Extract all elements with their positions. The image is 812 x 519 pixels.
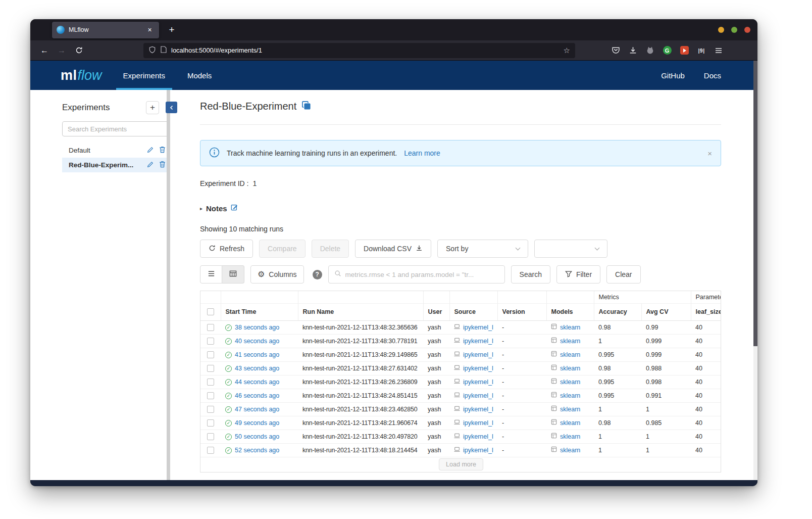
scrollbar-thumb[interactable]	[753, 61, 757, 346]
col-header-source[interactable]: Source	[449, 303, 497, 320]
github-link[interactable]: GitHub	[661, 71, 685, 80]
delete-trash-icon[interactable]	[159, 146, 166, 155]
col-header-avg-cv[interactable]: Avg CV	[641, 303, 691, 320]
nav-tab-experiments[interactable]: Experiments	[112, 61, 176, 90]
run-source-link[interactable]: ipykernel_l	[463, 324, 493, 331]
run-source-link[interactable]: ipykernel_l	[463, 365, 493, 372]
notes-expander[interactable]: ▸ Notes	[200, 204, 271, 213]
window-minimize-button[interactable]	[718, 27, 724, 33]
col-header-leaf-size[interactable]: leaf_size	[691, 303, 721, 320]
nav-tab-models[interactable]: Models	[176, 61, 223, 90]
red-extension-icon[interactable]	[679, 45, 689, 56]
download-csv-button[interactable]: Download CSV	[355, 240, 431, 258]
run-start-time-link[interactable]: 46 seconds ago	[235, 392, 279, 399]
select-all-checkbox[interactable]	[207, 308, 214, 315]
back-icon[interactable]: ←	[37, 43, 52, 58]
clear-button[interactable]: Clear	[606, 265, 640, 284]
run-start-time-link[interactable]: 43 seconds ago	[235, 365, 279, 372]
bookmark-star-icon[interactable]: ☆	[564, 46, 570, 55]
run-model-link[interactable]: sklearn	[560, 392, 580, 399]
sidebar-scrollbar[interactable]	[167, 90, 170, 480]
sidebar-item-red-blue-experiment[interactable]: Red-Blue-Experim...	[62, 158, 170, 172]
page-scrollbar[interactable]	[753, 61, 757, 480]
add-experiment-button[interactable]: +	[146, 101, 159, 114]
url-text[interactable]: localhost:5000/#/experiments/1	[171, 46, 559, 54]
col-header-run-name[interactable]: Run Name	[298, 303, 423, 320]
run-start-time-link[interactable]: 40 seconds ago	[235, 338, 279, 345]
secondary-select[interactable]	[534, 240, 607, 258]
run-source-link[interactable]: ipykernel_l	[463, 406, 493, 413]
help-question-icon[interactable]: ?	[313, 270, 322, 279]
shield-icon[interactable]	[148, 46, 156, 55]
search-button[interactable]: Search	[511, 265, 550, 284]
banner-close-icon[interactable]: ×	[707, 149, 712, 158]
run-start-time-link[interactable]: 41 seconds ago	[235, 351, 279, 358]
col-header-accuracy[interactable]: Accuracy	[594, 303, 641, 320]
run-model-link[interactable]: sklearn	[560, 379, 580, 386]
sort-by-select[interactable]: Sort by	[437, 240, 528, 258]
edit-pencil-icon[interactable]	[147, 147, 154, 155]
run-start-time-link[interactable]: 38 seconds ago	[235, 324, 279, 331]
columns-button[interactable]: ⚙ Columns	[250, 265, 304, 284]
site-info-icon[interactable]	[161, 46, 167, 55]
run-source-link[interactable]: ipykernel_l	[463, 447, 493, 454]
row-checkbox[interactable]	[207, 406, 214, 413]
run-source-link[interactable]: ipykernel_l	[463, 433, 493, 440]
col-header-user[interactable]: User	[423, 303, 449, 320]
run-source-link[interactable]: ipykernel_l	[463, 338, 493, 345]
row-checkbox[interactable]	[207, 351, 214, 358]
run-source-link[interactable]: ipykernel_l	[463, 392, 493, 399]
row-checkbox[interactable]	[207, 365, 214, 372]
sidebar-item-default[interactable]: Default	[62, 143, 170, 158]
reload-icon[interactable]	[72, 43, 86, 58]
run-model-link[interactable]: sklearn	[560, 406, 580, 413]
row-checkbox[interactable]	[207, 392, 214, 399]
row-checkbox[interactable]	[207, 433, 214, 440]
badge-extension-icon[interactable]: |9|	[696, 45, 706, 56]
load-more-button[interactable]: Load more	[439, 458, 483, 470]
compare-button[interactable]: Compare	[259, 240, 306, 258]
run-model-link[interactable]: sklearn	[560, 419, 580, 427]
collapse-sidebar-button[interactable]	[166, 102, 177, 113]
run-model-link[interactable]: sklearn	[560, 338, 580, 345]
run-source-link[interactable]: ipykernel_l	[463, 351, 493, 358]
run-start-time-link[interactable]: 44 seconds ago	[235, 379, 279, 386]
browser-tab[interactable]: MLflow ×	[52, 22, 159, 38]
address-bar[interactable]: localhost:5000/#/experiments/1 ☆	[143, 43, 575, 58]
forward-icon[interactable]: →	[55, 43, 69, 58]
run-start-time-link[interactable]: 50 seconds ago	[235, 433, 279, 440]
run-start-time-link[interactable]: 49 seconds ago	[235, 419, 279, 427]
row-checkbox[interactable]	[207, 338, 214, 345]
delete-trash-icon[interactable]	[159, 161, 166, 169]
search-experiments-input[interactable]	[62, 121, 170, 136]
col-header-start-time[interactable]: Start Time	[221, 303, 298, 320]
new-tab-button[interactable]: +	[165, 23, 178, 36]
window-close-button[interactable]	[744, 27, 750, 33]
learn-more-link[interactable]: Learn more	[404, 149, 440, 157]
copy-icon[interactable]	[301, 101, 311, 112]
refresh-button[interactable]: Refresh	[200, 240, 253, 258]
row-checkbox[interactable]	[207, 419, 214, 427]
docs-link[interactable]: Docs	[704, 71, 721, 80]
table-view-button[interactable]	[222, 265, 244, 284]
run-model-link[interactable]: sklearn	[560, 365, 580, 372]
col-header-version[interactable]: Version	[497, 303, 546, 320]
tab-close-icon[interactable]: ×	[145, 25, 155, 35]
extension-icon[interactable]	[645, 45, 655, 56]
run-source-link[interactable]: ipykernel_l	[463, 419, 493, 427]
mlflow-logo[interactable]: ml flow	[61, 61, 102, 90]
row-checkbox[interactable]	[207, 324, 214, 331]
run-source-link[interactable]: ipykernel_l	[463, 379, 493, 386]
list-view-button[interactable]	[200, 265, 222, 284]
run-start-time-link[interactable]: 47 seconds ago	[235, 406, 279, 413]
run-model-link[interactable]: sklearn	[560, 447, 580, 454]
edit-pencil-icon[interactable]	[147, 161, 154, 169]
downloads-icon[interactable]	[628, 45, 638, 56]
col-header-models[interactable]: Models	[546, 303, 594, 320]
row-checkbox[interactable]	[207, 379, 214, 386]
runs-search-input[interactable]	[345, 271, 499, 278]
hamburger-menu-icon[interactable]	[714, 45, 724, 56]
row-checkbox[interactable]	[207, 447, 214, 454]
run-model-link[interactable]: sklearn	[560, 433, 580, 440]
filter-button[interactable]: Filter	[556, 265, 600, 284]
